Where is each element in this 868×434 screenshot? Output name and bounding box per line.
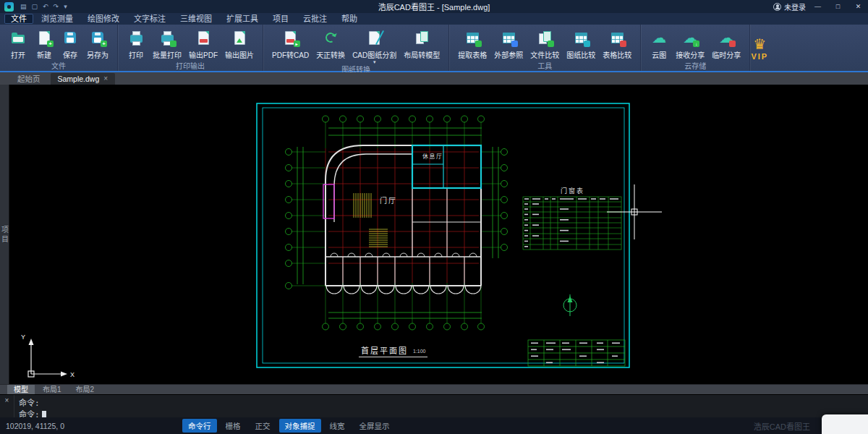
menu-tab-3d-view[interactable]: 三维视图	[174, 14, 218, 24]
drawing-canvas[interactable]: 休息厅 门厅 门窗表 首层平面图 1:100 Y X	[9, 85, 868, 384]
app-logo-icon	[4, 2, 14, 12]
receive-share-label: 接收分享	[676, 49, 705, 60]
vip-button[interactable]: VIP	[750, 25, 769, 71]
receive-share-button[interactable]: 接收分享	[672, 28, 708, 60]
receive-share-icon	[681, 28, 699, 47]
external-reference-label: 外部参照	[494, 49, 523, 60]
menu-tab-browse-measure[interactable]: 浏览测量	[35, 14, 80, 24]
extract-table-button[interactable]: 提取表格	[454, 28, 490, 60]
maximize-button[interactable]: □	[830, 0, 846, 13]
tab-sample-dwg-label: Sample.dwg	[58, 75, 100, 83]
app-watermark: 浩辰CAD看图王	[754, 420, 810, 432]
menu-tab-draw-modify[interactable]: 绘图修改	[81, 14, 126, 24]
command-close-icon[interactable]: ×	[0, 395, 14, 417]
lobby-label: 门厅	[380, 196, 397, 205]
dropdown-icon[interactable]: ▾	[64, 4, 67, 10]
open-icon	[9, 28, 27, 47]
batch-print-icon	[158, 28, 176, 47]
menu-tab-project[interactable]: 项目	[266, 14, 295, 24]
layout-to-model-icon	[412, 28, 431, 47]
structural-grid	[326, 148, 481, 283]
app-menu-icon[interactable]: ▤	[20, 4, 27, 10]
ribbon-group-print-output: 打印 批量打印 输出PDF 输出图片 打印输出	[118, 25, 263, 71]
menu-tab-text-annotate[interactable]: 文字标注	[127, 14, 172, 24]
export-pdf-icon	[194, 28, 213, 47]
tab-sample-dwg[interactable]: Sample.dwg ×	[51, 73, 116, 85]
print-icon	[127, 28, 145, 47]
command-panel[interactable]: × 命令: 命令:	[0, 394, 868, 417]
toggle-lineweight[interactable]: 线宽	[324, 419, 351, 433]
rest-hall-label: 休息厅	[422, 153, 443, 160]
layout-to-model-label: 布局转模型	[404, 49, 440, 60]
minimize-button[interactable]: —	[809, 0, 826, 13]
menu-tab-file[interactable]: 文件	[4, 14, 33, 24]
save-button[interactable]: 保存	[57, 28, 83, 60]
crown-icon	[750, 35, 769, 54]
file-compare-button[interactable]: 文件比较	[527, 28, 563, 60]
pdf-to-cad-icon	[281, 28, 300, 47]
workspace: 项目	[0, 85, 868, 384]
toggle-grid[interactable]: 栅格	[220, 419, 247, 433]
print-button[interactable]: 打印	[123, 28, 149, 60]
tab-close-icon[interactable]: ×	[103, 75, 108, 82]
menu-tab-cloud-annotate[interactable]: 云批注	[297, 14, 333, 24]
undo-icon[interactable]: ↶	[43, 4, 48, 10]
export-pdf-button[interactable]: 输出PDF	[185, 28, 221, 60]
export-image-button[interactable]: 输出图片	[221, 28, 258, 60]
save-as-icon	[88, 28, 107, 47]
command-history-line: 命令:	[19, 396, 864, 408]
tab-start-page[interactable]: 起始页	[10, 73, 48, 85]
drawing-compare-label: 图纸比较	[566, 49, 595, 60]
notification-popup[interactable]	[822, 414, 868, 434]
toggle-fullscreen[interactable]: 全屏显示	[354, 419, 396, 433]
tab-model[interactable]: 模型	[7, 385, 35, 395]
cloud-drawing-button[interactable]: 云图	[646, 28, 672, 60]
table-compare-label: 表格比较	[603, 49, 631, 60]
save-icon[interactable]: ▢	[32, 4, 38, 10]
user-icon	[773, 3, 781, 11]
external-reference-button[interactable]: 外部参照	[490, 28, 527, 60]
close-button[interactable]: ✕	[850, 0, 867, 13]
ribbon-group-label-print-output: 打印输出	[118, 60, 263, 72]
ribbon-group-tools: 提取表格 外部参照 文件比较 图纸比较 表格比较	[449, 25, 641, 71]
tianzheng-convert-button[interactable]: 天正转换	[312, 28, 349, 60]
toggle-command-line[interactable]: 命令行	[182, 419, 217, 433]
application-window: ▤ ▢ ↶ ↷ ▾ 浩辰CAD看图王 - [Sample.dwg] 未登录 — …	[0, 0, 868, 434]
toggle-ortho[interactable]: 正交	[250, 419, 276, 433]
ribbon-group-drawing-convert: PDF转CAD 天正转换 CAD图纸分割 ▾ 布局转模型 图纸转换	[263, 25, 449, 71]
login-button[interactable]: 未登录	[773, 1, 806, 12]
open-label: 打开	[11, 49, 25, 60]
project-panel-label: 项目	[0, 226, 10, 384]
menu-tab-extended-tools[interactable]: 扩展工具	[220, 14, 265, 24]
file-compare-icon	[535, 28, 554, 47]
tianzheng-convert-icon	[321, 28, 340, 47]
save-label: 保存	[63, 49, 77, 60]
cad-split-label: CAD图纸分割	[352, 49, 396, 60]
cursor-coordinates: 102019, 41125, 0	[6, 422, 179, 430]
temp-share-label: 临时分享	[712, 49, 741, 60]
tab-layout2[interactable]: 布局2	[69, 385, 101, 395]
titlebar-right: 未登录 — □ ✕	[773, 0, 868, 13]
door-window-table-title: 门窗表	[561, 187, 584, 195]
dimension-lines	[286, 116, 508, 330]
table-compare-button[interactable]: 表格比较	[599, 28, 635, 60]
drawing-compare-button[interactable]: 图纸比较	[563, 28, 599, 60]
save-as-button[interactable]: 另存为	[83, 28, 112, 60]
pdf-to-cad-button[interactable]: PDF转CAD	[268, 28, 312, 60]
tab-layout1[interactable]: 布局1	[36, 385, 68, 395]
cad-split-button[interactable]: CAD图纸分割 ▾	[349, 28, 400, 64]
project-side-panel[interactable]: 项目	[0, 85, 9, 384]
batch-print-button[interactable]: 批量打印	[149, 28, 185, 60]
redo-icon[interactable]: ↷	[54, 4, 59, 10]
toggle-object-snap[interactable]: 对象捕捉	[279, 419, 321, 433]
ucs-y-label: Y	[21, 333, 25, 341]
new-button[interactable]: 新建	[31, 28, 57, 60]
file-compare-label: 文件比较	[530, 49, 559, 60]
temp-share-button[interactable]: 临时分享	[708, 28, 744, 60]
menu-tab-help[interactable]: 帮助	[335, 14, 364, 24]
open-button[interactable]: 打开	[5, 28, 31, 60]
export-image-icon	[230, 28, 249, 47]
ucs-x-label: X	[70, 371, 75, 378]
layout-to-model-button[interactable]: 布局转模型	[400, 28, 443, 60]
titlebar: ▤ ▢ ↶ ↷ ▾ 浩辰CAD看图王 - [Sample.dwg] 未登录 — …	[0, 0, 868, 13]
